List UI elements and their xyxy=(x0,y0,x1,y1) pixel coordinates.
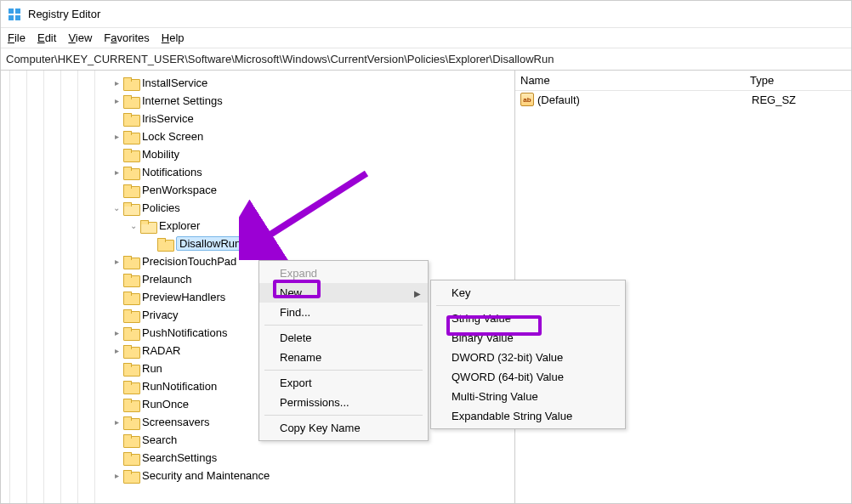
tree-item[interactable]: ▸InstallService xyxy=(1,74,514,92)
folder-icon xyxy=(123,452,139,464)
tree-item-label: DisallowRun xyxy=(176,236,244,251)
ctx-new-qword[interactable]: QWORD (64-bit) Value xyxy=(431,367,625,387)
tree-item[interactable]: ▸Security and Maintenance xyxy=(1,467,514,484)
tree-item-label: PrecisionTouchPad xyxy=(142,255,236,268)
folder-icon xyxy=(123,95,139,107)
tree-item-label: Internet Settings xyxy=(142,94,223,107)
tree-item[interactable]: Mobility xyxy=(1,145,514,163)
svg-rect-3 xyxy=(15,15,20,20)
svg-rect-2 xyxy=(9,15,14,20)
ctx-new-key[interactable]: Key xyxy=(431,283,625,303)
tree-item-label: Mobility xyxy=(142,148,179,161)
tree-item[interactable]: PenWorkspace xyxy=(1,181,514,199)
ctx-new[interactable]: New ▶ xyxy=(259,283,428,303)
tree-item-label: RunNotification xyxy=(142,380,217,393)
expand-icon[interactable]: ▸ xyxy=(111,328,122,337)
value-row[interactable]: ab (Default) REG_SZ xyxy=(515,91,851,108)
ctx-export[interactable]: Export xyxy=(259,373,428,393)
expand-icon[interactable]: ▸ xyxy=(111,167,122,177)
tree-item-label: RunOnce xyxy=(142,398,189,411)
tree-item-label: Policies xyxy=(142,201,180,214)
address-bar[interactable]: Computer\HKEY_CURRENT_USER\Software\Micr… xyxy=(1,48,851,71)
expand-icon[interactable]: ▸ xyxy=(111,471,122,480)
folder-icon xyxy=(123,345,139,357)
folder-icon xyxy=(140,220,156,232)
ctx-find[interactable]: Find... xyxy=(259,303,428,322)
folder-icon xyxy=(123,363,139,375)
folder-icon xyxy=(123,131,139,143)
ctx-new-multi[interactable]: Multi-String Value xyxy=(431,387,625,406)
folder-icon xyxy=(123,77,139,89)
folder-icon xyxy=(123,309,139,321)
tree-item-label: Lock Screen xyxy=(142,130,203,143)
separator xyxy=(264,325,423,326)
folder-icon xyxy=(123,149,139,161)
ctx-permissions[interactable]: Permissions... xyxy=(259,393,428,412)
folder-icon xyxy=(157,238,173,250)
tree-item[interactable]: ▸Lock Screen xyxy=(1,127,514,145)
tree-item[interactable]: ⌄Policies xyxy=(1,199,514,217)
folder-icon xyxy=(123,256,139,268)
value-name: (Default) xyxy=(537,93,752,106)
ctx-expand: Expand xyxy=(259,263,428,283)
separator xyxy=(264,415,423,416)
expand-icon[interactable]: ▸ xyxy=(111,132,122,141)
ctx-new-expandable[interactable]: Expandable String Value xyxy=(431,406,625,426)
folder-icon xyxy=(123,167,139,178)
tree-item[interactable]: DisallowRun xyxy=(1,235,514,252)
menu-edit[interactable]: Edit xyxy=(37,31,56,44)
tree-item-label: PreviewHandlers xyxy=(142,291,225,303)
menu-view[interactable]: View xyxy=(68,31,92,44)
context-submenu-new: Key String Value Binary Value DWORD (32-… xyxy=(430,280,626,429)
tree-item[interactable]: ▸PrecisionTouchPad xyxy=(1,252,514,270)
folder-icon xyxy=(123,470,139,482)
app-icon xyxy=(8,8,21,21)
expand-icon[interactable]: ⌄ xyxy=(111,203,122,212)
tree-item[interactable]: ▸Notifications xyxy=(1,163,514,181)
context-menu: Expand New ▶ Find... Delete Rename Expor… xyxy=(258,260,429,441)
column-header-type[interactable]: Type xyxy=(750,74,846,87)
menu-help[interactable]: Help xyxy=(162,31,185,44)
expand-icon[interactable]: ⌄ xyxy=(128,221,139,230)
tree-item[interactable]: SearchSettings xyxy=(1,449,514,467)
value-type: REG_SZ xyxy=(752,93,846,106)
tree-item-label: PushNotifications xyxy=(142,326,227,339)
folder-icon xyxy=(123,416,139,428)
expand-icon[interactable]: ▸ xyxy=(111,346,122,355)
tree-item-label: SearchSettings xyxy=(142,451,217,464)
tree-item[interactable]: ▸Internet Settings xyxy=(1,92,514,110)
ctx-new-binary[interactable]: Binary Value xyxy=(431,328,625,348)
menu-favorites[interactable]: Favorites xyxy=(104,31,149,44)
ctx-new-string[interactable]: String Value xyxy=(431,309,625,328)
address-path: Computer\HKEY_CURRENT_USER\Software\Micr… xyxy=(6,53,554,65)
svg-rect-0 xyxy=(9,8,14,14)
folder-icon xyxy=(123,202,139,214)
tree-item-label: Screensavers xyxy=(142,416,209,428)
ctx-copykey[interactable]: Copy Key Name xyxy=(259,418,428,438)
expand-icon[interactable]: ▸ xyxy=(111,78,122,88)
tree-item-label: PenWorkspace xyxy=(142,184,217,196)
ctx-rename[interactable]: Rename xyxy=(259,348,428,367)
tree-item-label: Explorer xyxy=(159,219,200,232)
column-header-name[interactable]: Name xyxy=(520,74,750,87)
tree-item[interactable]: ⌄Explorer xyxy=(1,217,514,235)
tree-item-label: Security and Maintenance xyxy=(142,469,270,482)
tree-item-label: InstallService xyxy=(142,76,207,89)
menu-file[interactable]: File xyxy=(8,31,26,44)
folder-icon xyxy=(123,184,139,196)
expand-icon[interactable]: ▸ xyxy=(111,96,122,105)
string-value-icon: ab xyxy=(520,93,534,106)
folder-icon xyxy=(123,113,139,125)
submenu-arrow-icon: ▶ xyxy=(414,288,421,297)
folder-icon xyxy=(123,381,139,393)
ctx-delete[interactable]: Delete xyxy=(259,328,428,348)
menubar: File Edit View Favorites Help xyxy=(1,28,851,48)
tree-item[interactable]: Search xyxy=(1,431,514,449)
ctx-new-dword[interactable]: DWORD (32-bit) Value xyxy=(431,348,625,367)
folder-icon xyxy=(123,399,139,411)
tree-item[interactable]: IrisService xyxy=(1,110,514,127)
expand-icon[interactable]: ▸ xyxy=(111,257,122,266)
folder-icon xyxy=(123,274,139,286)
tree-item-label: Notifications xyxy=(142,166,202,178)
expand-icon[interactable]: ▸ xyxy=(111,417,122,427)
